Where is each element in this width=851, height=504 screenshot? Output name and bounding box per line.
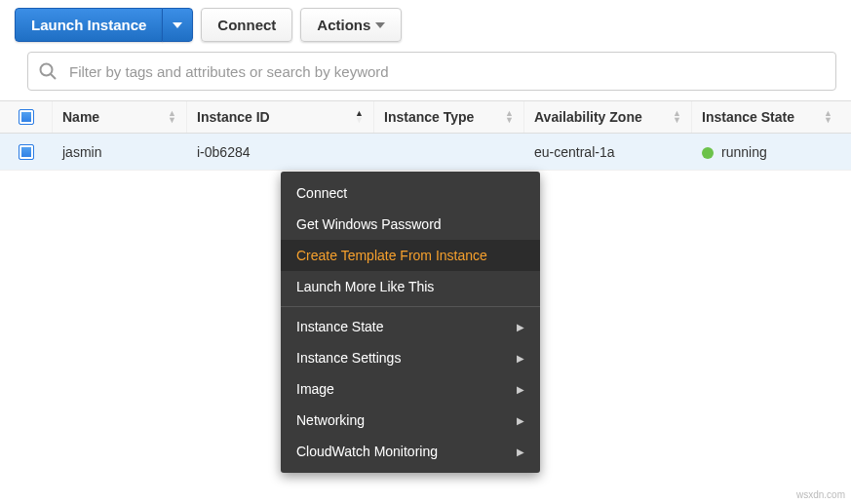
chevron-right-icon: ▶ bbox=[517, 322, 524, 332]
column-header-label: Instance ID bbox=[197, 109, 270, 125]
column-header-instance-state[interactable]: Instance State ▲▼ bbox=[692, 101, 842, 133]
context-menu-item-image[interactable]: Image▶ bbox=[281, 373, 540, 405]
search-icon bbox=[38, 61, 58, 81]
context-menu-item-create-template[interactable]: Create Template From Instance bbox=[281, 240, 540, 271]
sort-icon: ▲▼ bbox=[505, 110, 514, 124]
toolbar: Launch Instance Connect Actions bbox=[0, 0, 851, 52]
context-menu-label: Launch More Like This bbox=[296, 279, 434, 294]
launch-instance-button[interactable]: Launch Instance bbox=[15, 8, 163, 42]
filter-container bbox=[27, 52, 836, 91]
state-text: running bbox=[721, 144, 767, 160]
context-menu-item-instance-settings[interactable]: Instance Settings▶ bbox=[281, 342, 540, 373]
cell-name: jasmin bbox=[53, 144, 187, 160]
table-row[interactable]: jasmin i-0b6284 eu-central-1a running bbox=[0, 134, 851, 171]
sort-icon: ▲▼ bbox=[673, 110, 681, 124]
svg-line-1 bbox=[51, 74, 56, 79]
column-header-label: Name bbox=[62, 109, 99, 125]
caret-down-icon bbox=[375, 22, 385, 28]
context-menu: Connect Get Windows Password Create Temp… bbox=[281, 172, 540, 473]
chevron-right-icon: ▶ bbox=[517, 384, 524, 395]
launch-instance-group: Launch Instance bbox=[15, 8, 193, 42]
column-header-availability-zone[interactable]: Availability Zone ▲▼ bbox=[524, 101, 692, 133]
chevron-right-icon: ▶ bbox=[517, 415, 524, 426]
status-dot-icon bbox=[702, 147, 714, 159]
context-menu-label: Instance State bbox=[296, 319, 384, 334]
column-header-name[interactable]: Name ▲▼ bbox=[53, 101, 187, 133]
connect-button[interactable]: Connect bbox=[201, 8, 292, 42]
svg-point-0 bbox=[41, 64, 53, 76]
actions-label: Actions bbox=[317, 17, 370, 33]
context-menu-item-launch-more-like-this[interactable]: Launch More Like This bbox=[281, 271, 540, 302]
context-menu-label: Image bbox=[296, 381, 334, 397]
select-all-header[interactable] bbox=[0, 101, 53, 133]
cell-instance-id: i-0b6284 bbox=[187, 144, 374, 160]
context-menu-label: CloudWatch Monitoring bbox=[296, 444, 438, 459]
launch-instance-dropdown[interactable] bbox=[162, 8, 193, 42]
row-select[interactable] bbox=[0, 144, 53, 160]
column-header-instance-type[interactable]: Instance Type ▲▼ bbox=[374, 101, 524, 133]
column-header-label: Instance State bbox=[702, 109, 794, 125]
context-menu-label: Get Windows Password bbox=[296, 216, 442, 232]
column-header-instance-id[interactable]: Instance ID ▲▼ bbox=[187, 101, 374, 133]
caret-down-icon bbox=[173, 22, 182, 28]
context-menu-label: Connect bbox=[296, 185, 347, 201]
watermark: wsxdn.com bbox=[796, 489, 845, 500]
cell-instance-state: running bbox=[692, 144, 842, 160]
column-header-label: Instance Type bbox=[384, 109, 474, 125]
row-checkbox[interactable] bbox=[19, 144, 34, 160]
context-menu-item-instance-state[interactable]: Instance State▶ bbox=[281, 311, 540, 342]
sort-icon: ▲▼ bbox=[168, 110, 176, 124]
context-menu-label: Networking bbox=[296, 412, 365, 428]
chevron-right-icon: ▶ bbox=[517, 353, 524, 364]
context-menu-item-networking[interactable]: Networking▶ bbox=[281, 405, 540, 436]
sort-icon: ▲▼ bbox=[355, 110, 364, 124]
context-menu-separator bbox=[281, 306, 540, 307]
sort-icon: ▲▼ bbox=[824, 110, 832, 124]
chevron-right-icon: ▶ bbox=[517, 446, 524, 457]
table-header: Name ▲▼ Instance ID ▲▼ Instance Type ▲▼ … bbox=[0, 100, 851, 134]
search-input[interactable] bbox=[67, 62, 826, 81]
context-menu-label: Create Template From Instance bbox=[296, 248, 487, 263]
context-menu-label: Instance Settings bbox=[296, 350, 401, 366]
column-header-label: Availability Zone bbox=[534, 109, 642, 125]
actions-button[interactable]: Actions bbox=[300, 8, 402, 42]
select-all-checkbox[interactable] bbox=[19, 109, 34, 125]
context-menu-item-cloudwatch-monitoring[interactable]: CloudWatch Monitoring▶ bbox=[281, 436, 540, 467]
context-menu-item-get-windows-password[interactable]: Get Windows Password bbox=[281, 209, 540, 240]
context-menu-item-connect[interactable]: Connect bbox=[281, 177, 540, 209]
cell-availability-zone: eu-central-1a bbox=[524, 144, 692, 160]
filter-bar bbox=[0, 52, 851, 100]
